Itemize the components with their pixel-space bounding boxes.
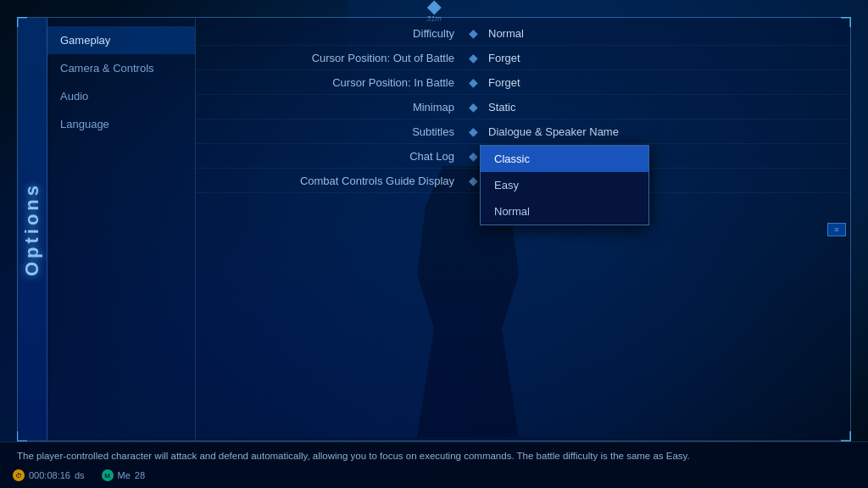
setting-row-subtitles: Subtitles ◆ Dialogue & Speaker Name (196, 119, 850, 144)
chat-log-label: Chat Log (196, 150, 467, 163)
difficulty-value[interactable]: Normal (480, 27, 850, 40)
setting-row-difficulty: Difficulty ◆ Normal (196, 18, 850, 46)
map-value: 28 (135, 470, 145, 480)
minimap-separator: ◆ (467, 100, 480, 114)
cursor-in-value[interactable]: Forget (480, 76, 850, 89)
map-icon: M (102, 469, 114, 481)
dropdown-item-easy[interactable]: Easy (481, 172, 648, 198)
status-bottom: ⏱ 000:08:16 ds M Me 28 (0, 466, 868, 485)
combat-guide-label: Combat Controls Guide Display (196, 175, 467, 187)
content-area: ≡ Difficulty ◆ Normal Cursor Position: O… (196, 18, 850, 441)
main-panel: 31m Options Gameplay Camera & Controls A… (17, 17, 851, 441)
blue-indicator: ≡ (827, 223, 846, 236)
difficulty-separator: ◆ (467, 26, 480, 40)
minimap-value[interactable]: Static (480, 101, 850, 114)
combat-guide-separator: ◆ (467, 174, 480, 187)
settings-list: Difficulty ◆ Normal Cursor Position: Out… (196, 18, 850, 193)
left-navigation: Gameplay Camera & Controls Audio Languag… (47, 18, 196, 441)
status-bar: The player-controlled character will att… (0, 441, 868, 488)
setting-row-cursor-in: Cursor Position: In Battle ◆ Forget (196, 70, 850, 95)
chat-log-dropdown[interactable]: Classic Easy Normal (480, 145, 649, 225)
map-info: M Me 28 (102, 469, 146, 481)
cursor-out-separator: ◆ (467, 51, 480, 64)
setting-row-minimap: Minimap ◆ Static (196, 95, 850, 119)
play-time: ⏱ 000:08:16 ds (13, 469, 85, 481)
options-sidebar: Options (18, 18, 47, 441)
subtitles-value[interactable]: Dialogue & Speaker Name (480, 125, 850, 138)
time-value: 000:08:16 (29, 470, 70, 480)
setting-row-cursor-out: Cursor Position: Out of Battle ◆ Forget (196, 46, 850, 70)
dropdown-item-classic[interactable]: Classic (481, 146, 648, 172)
subtitles-label: Subtitles (196, 125, 467, 138)
status-description: The player-controlled character will att… (0, 442, 868, 466)
top-diamond (427, 1, 442, 15)
cursor-out-label: Cursor Position: Out of Battle (196, 52, 467, 64)
options-title: Options (21, 182, 43, 276)
sidebar-item-gameplay[interactable]: Gameplay (47, 26, 195, 54)
map-icon-label: Me (118, 470, 131, 480)
clock-icon: ⏱ (13, 469, 25, 481)
cursor-in-separator: ◆ (467, 75, 480, 89)
cursor-in-label: Cursor Position: In Battle (196, 76, 467, 89)
difficulty-label: Difficulty (196, 27, 467, 40)
setting-row-chat-log: Chat Log ◆ Dialogue & Speake… Classic Ea… (196, 144, 850, 169)
sidebar-item-audio[interactable]: Audio (47, 82, 195, 110)
chat-log-separator: ◆ (467, 149, 480, 163)
time-label: ds (75, 470, 85, 480)
cursor-out-value[interactable]: Forget (480, 52, 850, 64)
sidebar-item-camera[interactable]: Camera & Controls (47, 54, 195, 82)
chat-log-value[interactable]: Dialogue & Speake… Classic Easy Normal (480, 149, 850, 163)
dropdown-item-normal[interactable]: Normal (481, 198, 648, 225)
sidebar-item-language[interactable]: Language (47, 110, 195, 138)
minimap-label: Minimap (196, 101, 467, 114)
subtitles-separator: ◆ (467, 125, 480, 138)
